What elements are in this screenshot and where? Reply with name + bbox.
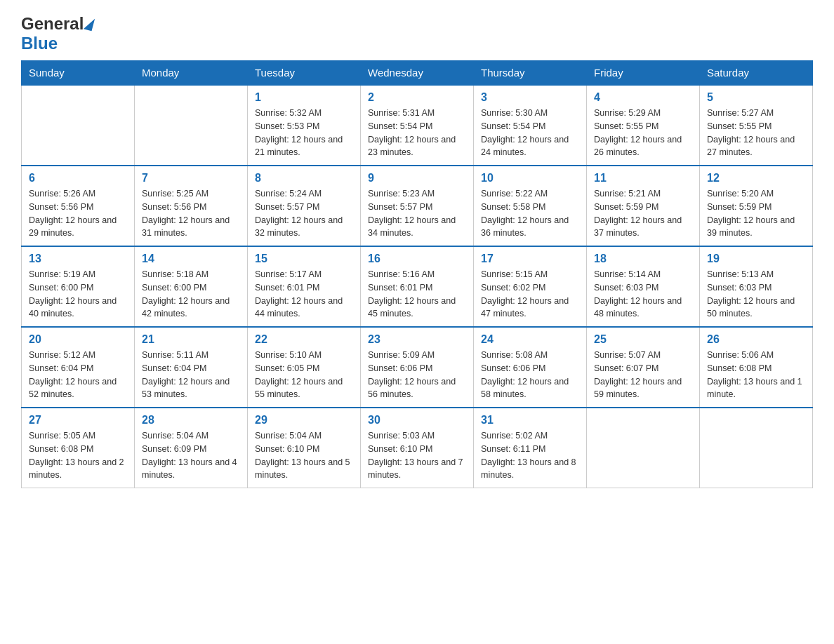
day-info: Sunrise: 5:14 AMSunset: 6:03 PMDaylight:…: [594, 268, 692, 321]
logo-blue-text: Blue: [21, 34, 58, 53]
day-number: 1: [255, 91, 353, 104]
day-info: Sunrise: 5:32 AMSunset: 5:53 PMDaylight:…: [255, 107, 353, 159]
calendar-day-cell: 17Sunrise: 5:15 AMSunset: 6:02 PMDayligh…: [474, 246, 587, 327]
day-info: Sunrise: 5:31 AMSunset: 5:54 PMDaylight:…: [368, 107, 466, 159]
calendar-day-cell: 11Sunrise: 5:21 AMSunset: 5:59 PMDayligh…: [587, 166, 700, 246]
calendar-day-cell: [22, 85, 135, 166]
calendar-day-cell: 20Sunrise: 5:12 AMSunset: 6:04 PMDayligh…: [22, 327, 135, 408]
calendar-day-cell: 15Sunrise: 5:17 AMSunset: 6:01 PMDayligh…: [248, 246, 361, 327]
calendar-day-cell: 7Sunrise: 5:25 AMSunset: 5:56 PMDaylight…: [135, 166, 248, 246]
day-number: 17: [481, 253, 579, 265]
calendar-day-cell: 3Sunrise: 5:30 AMSunset: 5:54 PMDaylight…: [474, 85, 587, 166]
calendar-day-cell: 28Sunrise: 5:04 AMSunset: 6:09 PMDayligh…: [135, 408, 248, 488]
calendar-day-cell: [135, 85, 248, 166]
day-info: Sunrise: 5:25 AMSunset: 5:56 PMDaylight:…: [142, 187, 240, 240]
calendar-week-row: 6Sunrise: 5:26 AMSunset: 5:56 PMDaylight…: [22, 166, 813, 246]
calendar-day-cell: 25Sunrise: 5:07 AMSunset: 6:07 PMDayligh…: [587, 327, 700, 408]
calendar-day-cell: 8Sunrise: 5:24 AMSunset: 5:57 PMDaylight…: [248, 166, 361, 246]
calendar-week-row: 13Sunrise: 5:19 AMSunset: 6:00 PMDayligh…: [22, 246, 813, 327]
day-info: Sunrise: 5:29 AMSunset: 5:55 PMDaylight:…: [594, 107, 692, 159]
calendar-day-cell: 6Sunrise: 5:26 AMSunset: 5:56 PMDaylight…: [22, 166, 135, 246]
day-info: Sunrise: 5:11 AMSunset: 6:04 PMDaylight:…: [142, 349, 240, 401]
day-info: Sunrise: 5:03 AMSunset: 6:10 PMDaylight:…: [368, 429, 466, 482]
calendar-week-row: 27Sunrise: 5:05 AMSunset: 6:08 PMDayligh…: [22, 408, 813, 488]
logo-triangle-icon: [84, 17, 95, 31]
day-number: 25: [594, 333, 692, 346]
calendar-day-cell: 12Sunrise: 5:20 AMSunset: 5:59 PMDayligh…: [700, 166, 813, 246]
page-header: General Blue: [21, 14, 813, 53]
calendar-day-cell: 2Sunrise: 5:31 AMSunset: 5:54 PMDaylight…: [361, 85, 474, 166]
day-number: 24: [481, 333, 579, 346]
day-info: Sunrise: 5:10 AMSunset: 6:05 PMDaylight:…: [255, 349, 353, 401]
day-info: Sunrise: 5:21 AMSunset: 5:59 PMDaylight:…: [594, 187, 692, 240]
calendar-day-cell: 1Sunrise: 5:32 AMSunset: 5:53 PMDaylight…: [248, 85, 361, 166]
day-number: 7: [142, 172, 240, 185]
day-number: 28: [142, 414, 240, 427]
day-info: Sunrise: 5:16 AMSunset: 6:01 PMDaylight:…: [368, 268, 466, 321]
day-info: Sunrise: 5:02 AMSunset: 6:11 PMDaylight:…: [481, 429, 579, 482]
day-number: 8: [255, 172, 353, 185]
calendar-day-cell: 23Sunrise: 5:09 AMSunset: 6:06 PMDayligh…: [361, 327, 474, 408]
day-number: 15: [255, 253, 353, 265]
day-info: Sunrise: 5:08 AMSunset: 6:06 PMDaylight:…: [481, 349, 579, 401]
calendar-day-cell: 14Sunrise: 5:18 AMSunset: 6:00 PMDayligh…: [135, 246, 248, 327]
day-info: Sunrise: 5:17 AMSunset: 6:01 PMDaylight:…: [255, 268, 353, 321]
day-info: Sunrise: 5:18 AMSunset: 6:00 PMDaylight:…: [142, 268, 240, 321]
day-info: Sunrise: 5:22 AMSunset: 5:58 PMDaylight:…: [481, 187, 579, 240]
calendar-day-cell: 24Sunrise: 5:08 AMSunset: 6:06 PMDayligh…: [474, 327, 587, 408]
day-number: 2: [368, 91, 466, 104]
day-number: 30: [368, 414, 466, 427]
day-info: Sunrise: 5:30 AMSunset: 5:54 PMDaylight:…: [481, 107, 579, 159]
day-info: Sunrise: 5:04 AMSunset: 6:09 PMDaylight:…: [142, 429, 240, 482]
calendar-header-thursday: Thursday: [474, 61, 587, 86]
day-number: 23: [368, 333, 466, 346]
day-number: 22: [255, 333, 353, 346]
calendar-header-monday: Monday: [135, 61, 248, 86]
calendar-day-cell: 5Sunrise: 5:27 AMSunset: 5:55 PMDaylight…: [700, 85, 813, 166]
calendar-header-sunday: Sunday: [22, 61, 135, 86]
calendar-header-row: SundayMondayTuesdayWednesdayThursdayFrid…: [22, 61, 813, 86]
day-number: 9: [368, 172, 466, 185]
day-number: 27: [29, 414, 127, 427]
day-info: Sunrise: 5:19 AMSunset: 6:00 PMDaylight:…: [29, 268, 127, 321]
calendar-day-cell: 10Sunrise: 5:22 AMSunset: 5:58 PMDayligh…: [474, 166, 587, 246]
calendar-header-tuesday: Tuesday: [248, 61, 361, 86]
calendar-header-saturday: Saturday: [700, 61, 813, 86]
day-number: 5: [707, 91, 805, 104]
day-number: 18: [594, 253, 692, 265]
calendar-day-cell: [587, 408, 700, 488]
day-info: Sunrise: 5:27 AMSunset: 5:55 PMDaylight:…: [707, 107, 805, 159]
day-number: 10: [481, 172, 579, 185]
day-info: Sunrise: 5:06 AMSunset: 6:08 PMDaylight:…: [707, 349, 805, 401]
day-number: 13: [29, 253, 127, 265]
day-number: 20: [29, 333, 127, 346]
day-info: Sunrise: 5:05 AMSunset: 6:08 PMDaylight:…: [29, 429, 127, 482]
calendar-day-cell: 27Sunrise: 5:05 AMSunset: 6:08 PMDayligh…: [22, 408, 135, 488]
day-number: 11: [594, 172, 692, 185]
day-number: 4: [594, 91, 692, 104]
day-number: 31: [481, 414, 579, 427]
calendar-header-friday: Friday: [587, 61, 700, 86]
day-info: Sunrise: 5:24 AMSunset: 5:57 PMDaylight:…: [255, 187, 353, 240]
day-info: Sunrise: 5:13 AMSunset: 6:03 PMDaylight:…: [707, 268, 805, 321]
calendar-day-cell: 22Sunrise: 5:10 AMSunset: 6:05 PMDayligh…: [248, 327, 361, 408]
calendar-day-cell: 16Sunrise: 5:16 AMSunset: 6:01 PMDayligh…: [361, 246, 474, 327]
day-number: 26: [707, 333, 805, 346]
day-number: 21: [142, 333, 240, 346]
day-number: 12: [707, 172, 805, 185]
calendar-day-cell: 13Sunrise: 5:19 AMSunset: 6:00 PMDayligh…: [22, 246, 135, 327]
logo: General Blue: [21, 14, 95, 53]
calendar-day-cell: 31Sunrise: 5:02 AMSunset: 6:11 PMDayligh…: [474, 408, 587, 488]
calendar-day-cell: [700, 408, 813, 488]
calendar-table: SundayMondayTuesdayWednesdayThursdayFrid…: [21, 60, 813, 488]
day-number: 14: [142, 253, 240, 265]
calendar-day-cell: 18Sunrise: 5:14 AMSunset: 6:03 PMDayligh…: [587, 246, 700, 327]
logo-general-text: General: [21, 14, 84, 34]
day-info: Sunrise: 5:09 AMSunset: 6:06 PMDaylight:…: [368, 349, 466, 401]
day-info: Sunrise: 5:12 AMSunset: 6:04 PMDaylight:…: [29, 349, 127, 401]
day-number: 6: [29, 172, 127, 185]
calendar-day-cell: 29Sunrise: 5:04 AMSunset: 6:10 PMDayligh…: [248, 408, 361, 488]
calendar-day-cell: 30Sunrise: 5:03 AMSunset: 6:10 PMDayligh…: [361, 408, 474, 488]
day-number: 3: [481, 91, 579, 104]
calendar-header-wednesday: Wednesday: [361, 61, 474, 86]
